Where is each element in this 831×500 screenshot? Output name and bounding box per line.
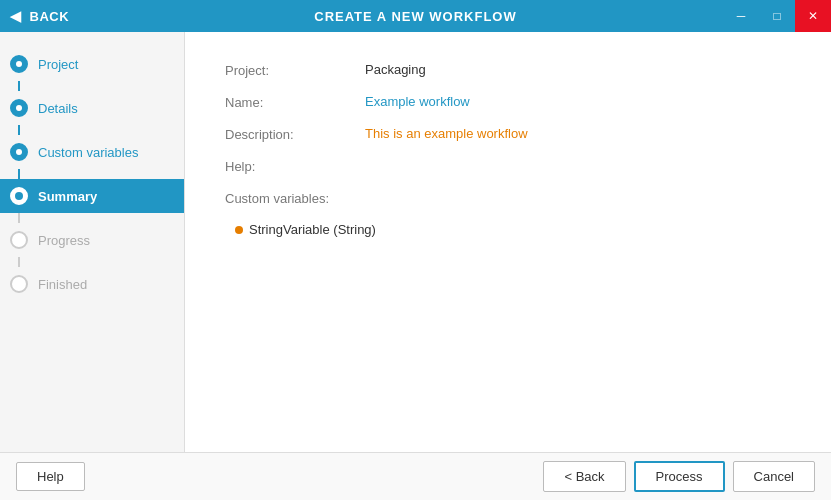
footer: Help < Back Process Cancel — [0, 452, 831, 500]
footer-left: Help — [16, 462, 85, 491]
sidebar-item-summary[interactable]: Summary — [0, 179, 184, 213]
custom-variable-name: StringVariable (String) — [249, 222, 376, 237]
sidebar-item-label-finished: Finished — [38, 277, 87, 292]
step-circle-finished — [10, 275, 28, 293]
connector-5 — [18, 257, 20, 267]
cancel-button[interactable]: Cancel — [733, 461, 815, 492]
field-value-name: Example workflow — [365, 94, 791, 109]
field-row-description: Description: This is an example workflow — [225, 126, 791, 142]
close-button[interactable]: ✕ — [795, 0, 831, 32]
step-circle-details — [10, 99, 28, 117]
field-label-help: Help: — [225, 158, 365, 174]
content-area: Project: Packaging Name: Example workflo… — [185, 32, 831, 452]
help-button[interactable]: Help — [16, 462, 85, 491]
window-controls: ─ □ ✕ — [723, 0, 831, 32]
step-circle-summary — [10, 187, 28, 205]
footer-right: < Back Process Cancel — [543, 461, 815, 492]
titlebar: ◀ BACK CREATE A NEW WORKFLOW ─ □ ✕ — [0, 0, 831, 32]
sidebar-item-label-project: Project — [38, 57, 78, 72]
minimize-button[interactable]: ─ — [723, 0, 759, 32]
sidebar-item-project[interactable]: Project — [0, 47, 184, 81]
connector-1 — [18, 81, 20, 91]
field-value-description: This is an example workflow — [365, 126, 791, 141]
field-row-project: Project: Packaging — [225, 62, 791, 78]
field-row-help: Help: — [225, 158, 791, 174]
restore-button[interactable]: □ — [759, 0, 795, 32]
field-row-custom-variables: Custom variables: — [225, 190, 791, 206]
field-label-custom-variables: Custom variables: — [225, 190, 365, 206]
connector-2 — [18, 125, 20, 135]
main-container: Project Details Custom variables Summary — [0, 32, 831, 452]
sidebar: Project Details Custom variables Summary — [0, 32, 185, 452]
sidebar-item-label-custom-variables: Custom variables — [38, 145, 138, 160]
step-circle-project — [10, 55, 28, 73]
sidebar-item-custom-variables[interactable]: Custom variables — [0, 135, 184, 169]
field-value-project: Packaging — [365, 62, 791, 77]
process-button[interactable]: Process — [634, 461, 725, 492]
titlebar-title: CREATE A NEW WORKFLOW — [314, 9, 517, 24]
var-dot-icon — [235, 226, 243, 234]
custom-variable-item: StringVariable (String) — [225, 222, 791, 237]
back-arrow-icon: ◀ — [10, 8, 22, 24]
titlebar-back[interactable]: ◀ BACK — [10, 8, 69, 24]
sidebar-item-label-summary: Summary — [38, 189, 97, 204]
sidebar-item-finished[interactable]: Finished — [0, 267, 184, 301]
field-label-project: Project: — [225, 62, 365, 78]
back-button[interactable]: < Back — [543, 461, 625, 492]
step-circle-custom-variables — [10, 143, 28, 161]
field-label-description: Description: — [225, 126, 365, 142]
step-circle-progress — [10, 231, 28, 249]
sidebar-item-label-progress: Progress — [38, 233, 90, 248]
sidebar-item-label-details: Details — [38, 101, 78, 116]
sidebar-item-details[interactable]: Details — [0, 91, 184, 125]
connector-4 — [18, 213, 20, 223]
back-label: BACK — [30, 9, 70, 24]
field-row-name: Name: Example workflow — [225, 94, 791, 110]
connector-3 — [18, 169, 20, 179]
sidebar-item-progress[interactable]: Progress — [0, 223, 184, 257]
field-label-name: Name: — [225, 94, 365, 110]
